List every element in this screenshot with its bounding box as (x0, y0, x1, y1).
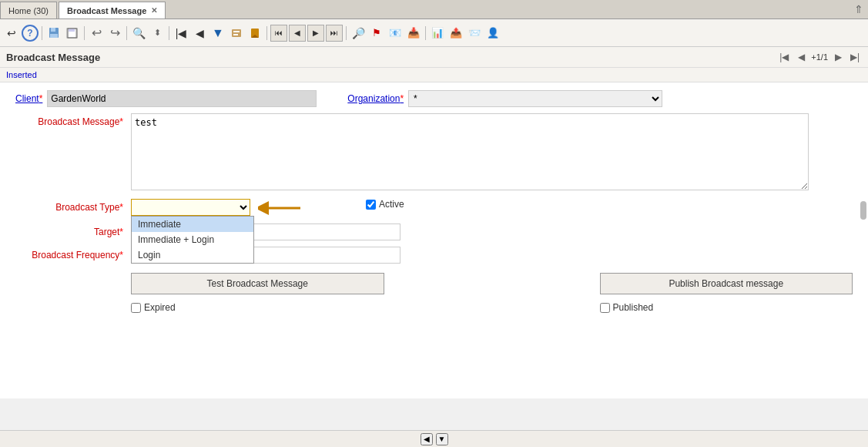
expired-label: Expired (144, 302, 176, 313)
flag-icon[interactable]: ⚑ (368, 25, 385, 42)
undo-icon[interactable]: ↩ (88, 25, 105, 42)
sep6 (346, 26, 347, 40)
type-active-row: Broadcast Type* Immediate Immediate + Lo… (15, 199, 853, 217)
client-label[interactable]: Client* (15, 93, 47, 104)
toolbar-btn10[interactable]: 📨 (466, 25, 483, 42)
redo-icon[interactable]: ↪ (106, 25, 123, 42)
record-nav-icon[interactable]: ⏮ (270, 25, 287, 42)
published-label: Published (613, 302, 654, 313)
test-broadcast-btn[interactable]: Test Broadcast Message (131, 273, 384, 294)
saveas-icon[interactable] (64, 25, 81, 42)
nav-next-btn[interactable]: ▶ (831, 50, 845, 64)
client-org-row: Client* Organization* * (15, 90, 853, 107)
save-icon[interactable] (45, 25, 62, 42)
svg-rect-6 (232, 29, 241, 37)
record-last-icon[interactable]: ⏭ (326, 25, 343, 42)
svg-rect-1 (51, 28, 55, 32)
frequency-label: Broadcast Frequency* (15, 247, 131, 260)
sep1 (42, 26, 42, 40)
nav-prev-icon[interactable]: ◀ (191, 25, 208, 42)
page-title-bar: Broadcast Message |◀ ◀ +1/1 ▶ ▶| (0, 47, 868, 68)
tab-bar: Home (30) Broadcast Message ✕ ⇑ (0, 0, 868, 19)
svg-rect-2 (50, 34, 58, 38)
action-buttons-row: Test Broadcast Message Publish Broadcast… (131, 273, 853, 294)
sep7 (425, 26, 426, 40)
broadcast-type-label: Broadcast Type* (15, 199, 131, 213)
client-input[interactable] (47, 90, 317, 107)
broadcast-message-row: Broadcast Message* test (15, 113, 853, 193)
tab-home[interactable]: Home (30) (0, 2, 57, 18)
sep2 (84, 26, 85, 40)
zoom-icon[interactable]: 🔍 (130, 25, 147, 42)
broadcast-message-input[interactable]: test (131, 113, 809, 190)
published-group: Published (600, 302, 853, 313)
broadcast-type-select[interactable]: Immediate Immediate + Login Login (131, 199, 250, 216)
dropdown-item-immediate-login[interactable]: Immediate + Login (132, 232, 253, 247)
status-bar: Inserted (0, 68, 868, 82)
svg-rect-8 (233, 34, 238, 35)
help-icon[interactable]: ? (22, 25, 39, 42)
toolbar-btn11[interactable]: 👤 (484, 25, 501, 42)
right-scrollbar[interactable] (860, 201, 866, 220)
client-group: Client* (15, 90, 317, 107)
org-select[interactable]: * (408, 90, 662, 107)
back-icon[interactable]: ↩ (3, 25, 20, 42)
sep4 (169, 26, 169, 40)
nav-position: +1/1 (811, 52, 828, 62)
arrow-indicator (258, 199, 304, 217)
record-prev-icon[interactable]: ◀ (289, 25, 306, 42)
svg-rect-7 (233, 31, 240, 32)
nav-controls: |◀ ◀ +1/1 ▶ ▶| (777, 50, 862, 64)
scroll-icon[interactable]: ⬍ (149, 25, 166, 42)
broadcast-type-dropdown-container: Immediate Immediate + Login Login Immedi… (131, 199, 250, 216)
nav-prev-btn[interactable]: ◀ (794, 50, 808, 64)
expired-group: Expired (131, 302, 384, 313)
broadcast-message-label: Broadcast Message* (15, 113, 131, 127)
org-label[interactable]: Organization* (347, 93, 408, 104)
sep3 (126, 26, 127, 40)
status-text: Inserted (6, 70, 37, 79)
published-checkbox[interactable] (600, 303, 610, 313)
nav-last-btn[interactable]: ▶| (848, 50, 862, 64)
scroll-right-btn[interactable]: ▼ (436, 433, 448, 445)
dropdown-item-login[interactable]: Login (132, 247, 253, 263)
record-next-icon[interactable]: ▶ (307, 25, 324, 42)
expired-checkbox[interactable] (131, 303, 141, 313)
scroll-left-btn[interactable]: ◀ (421, 433, 433, 445)
nav-down-icon[interactable]: ▼ (209, 25, 226, 42)
mail-icon[interactable]: 📧 (387, 25, 404, 42)
tab-broadcast-label: Broadcast Message (67, 6, 146, 15)
inbox-icon[interactable]: 📥 (405, 25, 422, 42)
bottom-scroll-controls: ◀ ▼ (6, 433, 862, 445)
target-label: Target* (15, 224, 131, 237)
dropdown-list: Immediate Immediate + Login Login (131, 216, 254, 264)
nav-first-icon[interactable]: |◀ (173, 25, 189, 42)
publish-broadcast-btn[interactable]: Publish Broadcast message (600, 273, 853, 294)
toolbar-btn8[interactable]: 📊 (429, 25, 446, 42)
broadcast-message-field: test (131, 113, 853, 193)
org-group: Organization* * (347, 90, 662, 107)
svg-rect-4 (69, 29, 75, 32)
dropdown-item-immediate[interactable]: Immediate (132, 217, 253, 232)
bottom-bar: ◀ ▼ (0, 430, 868, 447)
tab-close-icon[interactable]: ✕ (151, 6, 157, 15)
collapse-tabs-btn[interactable]: ⇑ (854, 3, 868, 15)
main-content: Client* Organization* * Broadcast Messag… (0, 82, 868, 398)
tab-home-label: Home (30) (8, 6, 49, 15)
search-zoom-icon[interactable]: 🔎 (350, 25, 367, 42)
active-label: Active (379, 199, 404, 210)
nav-record-icon[interactable] (228, 25, 245, 42)
nav-first-btn[interactable]: |◀ (777, 50, 791, 64)
checkboxes-row: Expired Published (131, 302, 853, 313)
page-title: Broadcast Message (6, 52, 100, 63)
active-checkbox[interactable] (366, 200, 376, 210)
toolbar: ↩ ? ↩ ↪ 🔍 ⬍ |◀ ◀ ▼ ⏮ ◀ ▶ ⏭ 🔎 ⚑ 📧 📥 📊 📤 📨… (0, 19, 868, 47)
toolbar-btn9[interactable]: 📤 (447, 25, 464, 42)
sep5 (266, 26, 267, 40)
tab-broadcast[interactable]: Broadcast Message ✕ (59, 2, 166, 18)
nav-bookmark-icon[interactable] (246, 25, 263, 42)
active-group: Active (366, 199, 404, 210)
